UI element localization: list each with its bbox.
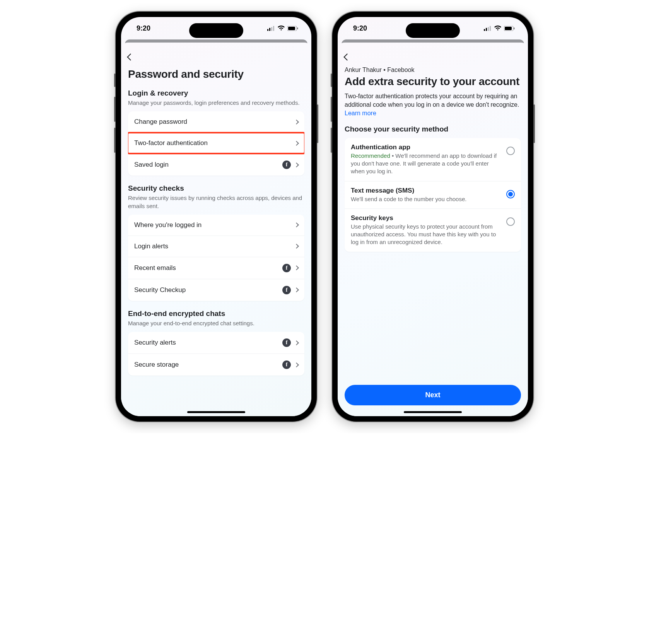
section-title-login-recovery: Login & recovery bbox=[128, 89, 304, 97]
page-title: Add extra security to your account bbox=[345, 75, 521, 88]
home-indicator[interactable] bbox=[404, 411, 462, 413]
chevron-right-icon bbox=[294, 265, 299, 270]
method-desc: We'll send a code to the number you choo… bbox=[351, 195, 466, 203]
svg-rect-6 bbox=[297, 27, 298, 29]
row-change-password[interactable]: Change password bbox=[128, 111, 304, 133]
page-title: Password and security bbox=[128, 68, 304, 80]
section-desc-login-recovery: Manage your passwords, login preferences… bbox=[128, 99, 304, 107]
section-title-security-checks: Security checks bbox=[128, 184, 304, 193]
svg-rect-13 bbox=[514, 27, 515, 29]
chevron-right-icon bbox=[294, 287, 299, 292]
next-button[interactable]: Next bbox=[345, 385, 521, 405]
chevron-right-icon bbox=[294, 244, 299, 249]
breadcrumb: Ankur Thakur • Facebook bbox=[345, 67, 521, 73]
method-title: Authentication app bbox=[351, 143, 501, 151]
svg-rect-7 bbox=[484, 29, 485, 31]
svg-rect-3 bbox=[273, 26, 274, 31]
svg-rect-5 bbox=[288, 27, 295, 30]
phone-mockup-right: 9:20 Ankur Thakur • Facebook Add extra s… bbox=[332, 12, 533, 422]
screen-add-extra-security: 9:20 Ankur Thakur • Facebook Add extra s… bbox=[338, 17, 528, 416]
dynamic-island bbox=[406, 23, 460, 38]
method-title: Security keys bbox=[351, 214, 501, 222]
row-login-alerts[interactable]: Login alerts bbox=[128, 236, 304, 257]
chevron-left-icon bbox=[127, 53, 134, 60]
chevron-left-icon bbox=[343, 53, 350, 60]
method-desc: Recommended • We'll recommend an app to … bbox=[351, 152, 501, 176]
svg-rect-2 bbox=[271, 27, 272, 31]
row-where-logged-in[interactable]: Where you're logged in bbox=[128, 215, 304, 236]
svg-rect-8 bbox=[486, 28, 487, 31]
cellular-icon bbox=[267, 26, 275, 31]
facebook-icon: f bbox=[282, 264, 291, 272]
chevron-right-icon bbox=[294, 141, 299, 146]
chevron-right-icon bbox=[294, 340, 299, 345]
card-security-checks: Where you're logged in Login alerts Rece… bbox=[128, 215, 304, 301]
section-title-e2ee-chats: End-to-end encrypted chats bbox=[128, 309, 304, 318]
row-label: Login alerts bbox=[134, 243, 168, 250]
radio-authentication-app[interactable] bbox=[506, 147, 515, 155]
wifi-icon bbox=[277, 26, 285, 31]
row-label: Security Checkup bbox=[134, 286, 186, 294]
chevron-right-icon bbox=[294, 362, 299, 367]
row-two-factor-authentication[interactable]: Two-factor authentication bbox=[128, 133, 304, 154]
facebook-icon: f bbox=[282, 360, 291, 369]
radio-text-message-sms[interactable] bbox=[506, 190, 515, 198]
status-time: 9:20 bbox=[353, 24, 367, 32]
phone-mockup-left: 9:20 Password and security Login & recov… bbox=[116, 12, 317, 422]
method-text-message-sms[interactable]: Text message (SMS) We'll send a code to … bbox=[345, 181, 521, 209]
method-title: Text message (SMS) bbox=[351, 187, 466, 195]
row-security-alerts[interactable]: Security alerts f bbox=[128, 332, 304, 354]
page-description-text: Two-factor authentication protects your … bbox=[345, 93, 519, 108]
row-label: Recent emails bbox=[134, 264, 176, 272]
svg-rect-9 bbox=[488, 27, 489, 31]
recommended-badge: Recommended bbox=[351, 152, 390, 159]
status-time: 9:20 bbox=[137, 24, 150, 32]
svg-rect-12 bbox=[505, 27, 512, 30]
wifi-icon bbox=[494, 26, 502, 31]
facebook-icon: f bbox=[282, 286, 291, 294]
status-icons bbox=[267, 26, 298, 31]
radio-security-keys[interactable] bbox=[506, 217, 515, 226]
row-label: Security alerts bbox=[134, 339, 176, 347]
dynamic-island bbox=[189, 23, 243, 38]
learn-more-link[interactable]: Learn more bbox=[345, 110, 376, 116]
svg-rect-0 bbox=[267, 29, 268, 31]
row-recent-emails[interactable]: Recent emails f bbox=[128, 257, 304, 279]
battery-icon bbox=[287, 26, 298, 31]
card-login-recovery: Change password Two-factor authenticatio… bbox=[128, 111, 304, 176]
row-label: Saved login bbox=[134, 161, 169, 169]
section-desc-e2ee-chats: Manage your end-to-end encrypted chat se… bbox=[128, 319, 304, 327]
row-saved-login[interactable]: Saved login f bbox=[128, 154, 304, 176]
facebook-icon: f bbox=[282, 161, 291, 169]
row-secure-storage[interactable]: Secure storage f bbox=[128, 354, 304, 376]
method-authentication-app[interactable]: Authentication app Recommended • We'll r… bbox=[345, 138, 521, 181]
cellular-icon bbox=[484, 26, 492, 31]
chevron-right-icon bbox=[294, 120, 299, 125]
svg-rect-1 bbox=[269, 28, 270, 31]
back-button[interactable] bbox=[128, 51, 140, 63]
row-label: Change password bbox=[134, 118, 187, 126]
card-security-methods: Authentication app Recommended • We'll r… bbox=[345, 138, 521, 252]
back-button[interactable] bbox=[345, 51, 356, 63]
screen-password-security: 9:20 Password and security Login & recov… bbox=[121, 17, 311, 416]
section-desc-security-checks: Review security issues by running checks… bbox=[128, 194, 304, 210]
method-security-keys[interactable]: Security keys Use physical security keys… bbox=[345, 209, 521, 252]
battery-icon bbox=[504, 26, 515, 31]
row-label: Secure storage bbox=[134, 361, 179, 369]
svg-rect-10 bbox=[490, 26, 491, 31]
home-indicator[interactable] bbox=[187, 411, 245, 413]
method-desc: Use physical security keys to protect yo… bbox=[351, 223, 501, 246]
choose-method-label: Choose your security method bbox=[345, 125, 521, 133]
row-security-checkup[interactable]: Security Checkup f bbox=[128, 279, 304, 301]
facebook-icon: f bbox=[282, 338, 291, 347]
row-label: Two-factor authentication bbox=[134, 139, 208, 147]
row-label: Where you're logged in bbox=[134, 221, 202, 229]
page-description: Two-factor authentication protects your … bbox=[345, 92, 521, 118]
card-e2ee-chats: Security alerts f Secure storage f bbox=[128, 332, 304, 376]
chevron-right-icon bbox=[294, 222, 299, 227]
chevron-right-icon bbox=[294, 162, 299, 167]
status-icons bbox=[484, 26, 515, 31]
